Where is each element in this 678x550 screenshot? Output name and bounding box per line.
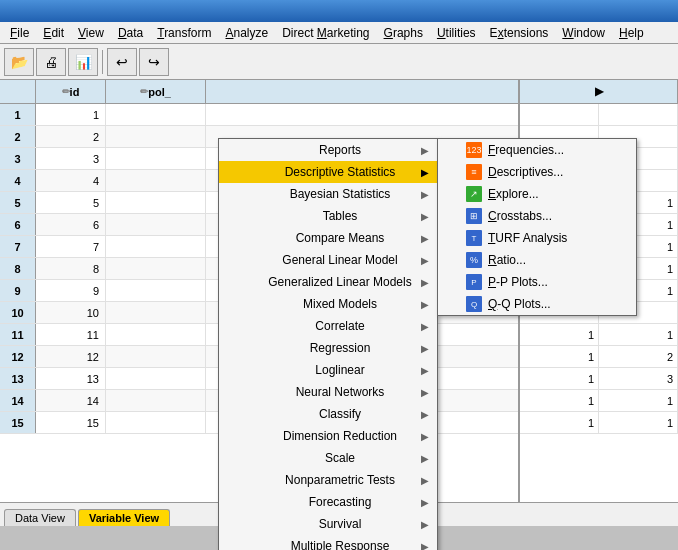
id-cell[interactable]: 7 — [36, 236, 106, 257]
pol-cell[interactable] — [106, 170, 206, 191]
menu-transform[interactable]: Transform — [151, 24, 217, 42]
right-cell-1[interactable]: 1 — [520, 412, 599, 433]
menu-window[interactable]: Window — [556, 24, 611, 42]
pol-cell[interactable] — [106, 390, 206, 411]
id-cell[interactable]: 15 — [36, 412, 106, 433]
menu-item-tables[interactable]: Tables▶ — [219, 205, 437, 227]
menu-item-descriptive-stats[interactable]: Descriptive Statistics▶ — [219, 161, 437, 183]
right-cell-2[interactable] — [599, 104, 678, 125]
menu-extensions[interactable]: Extensions — [484, 24, 555, 42]
toolbar-table[interactable]: 📊 — [68, 48, 98, 76]
submenu-item-turf[interactable]: T TURF Analysis — [438, 227, 636, 249]
tab-data-view[interactable]: Data View — [4, 509, 76, 526]
id-cell[interactable]: 3 — [36, 148, 106, 169]
right-cell-1[interactable]: 1 — [520, 390, 599, 411]
table-row[interactable]: 1 1 — [0, 104, 518, 126]
id-cell[interactable]: 12 — [36, 346, 106, 367]
id-cell[interactable]: 6 — [36, 214, 106, 235]
pol-cell[interactable] — [106, 346, 206, 367]
id-cell[interactable]: 4 — [36, 170, 106, 191]
menu-item-reports[interactable]: Reports▶ — [219, 139, 437, 161]
submenu-arrow: ▶ — [421, 387, 429, 398]
right-cell-2[interactable]: 3 — [599, 368, 678, 389]
menu-item-mixed-models[interactable]: Mixed Models▶ — [219, 293, 437, 315]
submenu-icon-explore: ↗ — [466, 186, 482, 202]
menu-item-nonparametric[interactable]: Nonparametric Tests▶ — [219, 469, 437, 491]
submenu-arrow: ▶ — [421, 409, 429, 420]
pol-col-header[interactable]: ✏ pol_ — [106, 80, 206, 103]
toolbar-open[interactable]: 📂 — [4, 48, 34, 76]
submenu-item-qq-plots[interactable]: Q Q-Q Plots... — [438, 293, 636, 315]
right-cell-1[interactable]: 1 — [520, 368, 599, 389]
pol-cell[interactable] — [106, 148, 206, 169]
right-cell-2[interactable]: 1 — [599, 324, 678, 345]
right-cell-1[interactable]: 1 — [520, 346, 599, 367]
submenu-item-descriptives[interactable]: ≡ Descriptives... — [438, 161, 636, 183]
toolbar-print[interactable]: 🖨 — [36, 48, 66, 76]
submenu-item-frequencies[interactable]: 123 Frequencies... — [438, 139, 636, 161]
menu-graphs[interactable]: Graphs — [378, 24, 429, 42]
pol-cell[interactable] — [106, 126, 206, 147]
menu-item-neural-networks[interactable]: Neural Networks▶ — [219, 381, 437, 403]
menu-view[interactable]: View — [72, 24, 110, 42]
menu-item-multiple-response[interactable]: Multiple Response▶ — [219, 535, 437, 550]
pol-cell[interactable] — [106, 302, 206, 323]
pol-cell[interactable] — [106, 324, 206, 345]
menu-item-loglinear[interactable]: Loglinear▶ — [219, 359, 437, 381]
menu-item-regression[interactable]: Regression▶ — [219, 337, 437, 359]
pol-cell[interactable] — [106, 368, 206, 389]
submenu-item-explore[interactable]: ↗ Explore... — [438, 183, 636, 205]
right-cell-2[interactable]: 2 — [599, 346, 678, 367]
id-cell[interactable]: 11 — [36, 324, 106, 345]
id-cell[interactable]: 14 — [36, 390, 106, 411]
pol-cell[interactable] — [106, 412, 206, 433]
right-cell-2[interactable]: 1 — [599, 390, 678, 411]
toolbar-redo[interactable]: ↪ — [139, 48, 169, 76]
menu-item-compare-means[interactable]: Compare Means▶ — [219, 227, 437, 249]
tab-variable-view[interactable]: Variable View — [78, 509, 170, 526]
menu-item-bayesian-stats[interactable]: Bayesian Statistics▶ — [219, 183, 437, 205]
pol-cell[interactable] — [106, 104, 206, 125]
right-cell-1[interactable] — [520, 104, 599, 125]
analyze-dropdown[interactable]: Reports▶Descriptive Statistics▶Bayesian … — [218, 138, 438, 550]
id-cell[interactable]: 10 — [36, 302, 106, 323]
id-cell[interactable]: 5 — [36, 192, 106, 213]
pol-cell[interactable] — [106, 214, 206, 235]
menu-data[interactable]: Data — [112, 24, 149, 42]
right-cell-2[interactable]: 1 — [599, 412, 678, 433]
row-number: 10 — [0, 302, 36, 323]
pol-cell[interactable] — [106, 280, 206, 301]
submenu-label: Frequencies... — [488, 143, 564, 157]
menu-item-general-linear[interactable]: General Linear Model▶ — [219, 249, 437, 271]
menu-item-generalized-linear[interactable]: Generalized Linear Models▶ — [219, 271, 437, 293]
menu-utilities[interactable]: Utilities — [431, 24, 482, 42]
id-cell[interactable]: 13 — [36, 368, 106, 389]
id-cell[interactable]: 8 — [36, 258, 106, 279]
menu-item-classify[interactable]: Classify▶ — [219, 403, 437, 425]
right-cell-1[interactable]: 1 — [520, 324, 599, 345]
id-cell[interactable]: 1 — [36, 104, 106, 125]
pol-cell[interactable] — [106, 236, 206, 257]
id-cell[interactable]: 9 — [36, 280, 106, 301]
grid-header: ✏ id ✏ pol_ — [0, 80, 518, 104]
pol-cell[interactable] — [106, 192, 206, 213]
submenu-item-crosstabs[interactable]: ⊞ Crosstabs... — [438, 205, 636, 227]
menu-item-scale[interactable]: Scale▶ — [219, 447, 437, 469]
menu-direct-marketing[interactable]: Direct Marketing — [276, 24, 375, 42]
menu-item-correlate[interactable]: Correlate▶ — [219, 315, 437, 337]
menu-item-survival[interactable]: Survival▶ — [219, 513, 437, 535]
submenu-item-ratio[interactable]: % Ratio... — [438, 249, 636, 271]
menu-help[interactable]: Help — [613, 24, 650, 42]
menu-edit[interactable]: Edit — [37, 24, 70, 42]
menu-file[interactable]: File — [4, 24, 35, 42]
id-col-header[interactable]: ✏ id — [36, 80, 106, 103]
toolbar-undo[interactable]: ↩ — [107, 48, 137, 76]
pol-cell[interactable] — [106, 258, 206, 279]
descriptive-stats-submenu[interactable]: 123 Frequencies... ≡ Descriptives... ↗ E… — [437, 138, 637, 316]
submenu-item-pp-plots[interactable]: P P-P Plots... — [438, 271, 636, 293]
id-cell[interactable]: 2 — [36, 126, 106, 147]
menu-item-forecasting[interactable]: Forecasting▶ — [219, 491, 437, 513]
row-num-header — [0, 80, 36, 103]
menu-item-dimension-reduction[interactable]: Dimension Reduction▶ — [219, 425, 437, 447]
menu-analyze[interactable]: Analyze — [219, 24, 274, 42]
